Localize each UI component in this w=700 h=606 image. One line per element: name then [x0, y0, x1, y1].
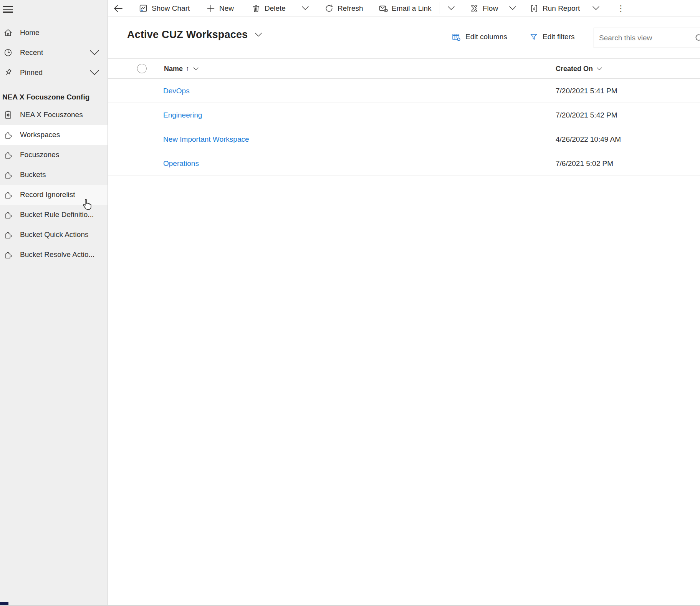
delete-label: Delete [265, 4, 286, 13]
flow-icon [470, 4, 479, 13]
sidebar-item-label: Workspaces [20, 131, 60, 139]
puzzle-icon [3, 250, 13, 259]
edit-filters-label: Edit filters [543, 33, 574, 41]
chevron-down-icon[interactable] [596, 67, 603, 71]
edit-columns-label: Edit columns [465, 33, 507, 41]
record-link[interactable]: DevOps [163, 79, 190, 103]
plus-icon [206, 4, 215, 13]
search-input[interactable] [594, 34, 700, 42]
divider [440, 2, 440, 14]
sidebar-item-label: Recent [20, 48, 43, 57]
pin-icon [3, 68, 13, 77]
sidebar-section-header: NEA X Focuszone Config [0, 89, 108, 105]
command-bar: Show Chart New Delete [108, 0, 700, 17]
more-commands-button[interactable]: ⋮ [616, 3, 626, 14]
run-report-label: Run Report [543, 4, 580, 13]
created-on-cell: 7/20/2021 5:41 PM [556, 79, 617, 103]
record-link[interactable]: Engineering [163, 103, 202, 127]
view-selector[interactable]: Active CUZ Workspaces [127, 29, 263, 41]
run-report-button[interactable]: Run Report [530, 0, 580, 17]
sidebar-item-bucket-quick-actions[interactable]: Bucket Quick Actions [0, 225, 108, 245]
show-chart-button[interactable]: Show Chart [139, 0, 190, 17]
main-content: Show Chart New Delete [108, 0, 700, 606]
email-a-link-button[interactable]: Email a Link [379, 0, 432, 17]
table-row[interactable]: Engineering 7/20/2021 5:42 PM [108, 103, 700, 127]
chevron-down-icon [254, 32, 263, 37]
home-icon [3, 28, 13, 37]
back-button[interactable] [113, 0, 124, 17]
sidebar-item-focuszones[interactable]: Focuszones [0, 145, 108, 165]
sidebar-item-home[interactable]: Home [0, 23, 108, 43]
table-row[interactable]: DevOps 7/20/2021 5:41 PM [108, 79, 700, 103]
sidebar-item-label: NEA X Focuszones [20, 111, 83, 119]
table-row[interactable]: New Important Workspace 4/26/2022 10:49 … [108, 127, 700, 151]
sidebar-item-pinned[interactable]: Pinned [0, 63, 108, 83]
refresh-icon [324, 4, 334, 13]
show-chart-label: Show Chart [152, 4, 190, 13]
chevron-down-icon[interactable] [89, 70, 99, 76]
flow-label: Flow [483, 4, 498, 13]
sitemap-sidebar: Home Recent Pinned [0, 0, 108, 606]
flow-chevron-icon[interactable] [508, 5, 517, 11]
refresh-label: Refresh [338, 4, 363, 13]
trash-icon [252, 4, 261, 13]
sidebar-item-label: Pinned [20, 68, 43, 77]
sidebar-item-workspaces[interactable]: Workspaces [0, 125, 108, 145]
view-title: Active CUZ Workspaces [127, 29, 248, 41]
sidebar-item-buckets[interactable]: Buckets [0, 165, 108, 185]
sidebar-nav: Home Recent Pinned [0, 23, 108, 265]
back-arrow-icon [113, 3, 124, 14]
sidebar-item-recent[interactable]: Recent [0, 43, 108, 63]
view-search-box [594, 28, 700, 48]
table-row[interactable]: Operations 7/6/2021 5:02 PM [108, 151, 700, 176]
puzzle-icon [3, 230, 13, 239]
select-all-checkbox[interactable] [137, 64, 147, 73]
delete-button[interactable]: Delete [252, 0, 286, 17]
new-button[interactable]: New [206, 0, 234, 17]
sidebar-item-label: Buckets [20, 171, 46, 179]
puzzle-icon [3, 190, 13, 199]
column-label: Name [164, 65, 183, 73]
sidebar-item-label: Bucket Quick Actions [20, 230, 88, 239]
delete-split-chevron-icon[interactable] [301, 5, 310, 11]
sidebar-item-label: Focuszones [20, 151, 59, 159]
sidebar-item-bucket-resolve-actions[interactable]: Bucket Resolve Actio... [0, 245, 108, 265]
column-label: Created On [556, 65, 593, 73]
sort-ascending-icon: ↑ [186, 65, 189, 73]
view-header: Active CUZ Workspaces Edit columns [108, 17, 700, 59]
grid-header-row: Name ↑ Created On [108, 59, 700, 79]
email-split-chevron-icon[interactable] [447, 5, 456, 11]
chevron-down-icon[interactable] [89, 50, 99, 56]
record-link[interactable]: Operations [163, 151, 199, 176]
created-on-cell: 7/6/2021 5:02 PM [556, 151, 613, 176]
email-link-icon [379, 4, 388, 13]
flow-button[interactable]: Flow [470, 0, 498, 17]
sidebar-item-label: Record Ignorelist [20, 190, 75, 199]
sidebar-item-label: Bucket Resolve Actio... [20, 250, 94, 259]
edit-filters-button[interactable]: Edit filters [529, 28, 574, 45]
edit-columns-button[interactable]: Edit columns [452, 28, 507, 45]
run-report-icon [530, 4, 539, 13]
record-link[interactable]: New Important Workspace [163, 127, 249, 151]
app-window: Home Recent Pinned [0, 0, 700, 606]
email-a-link-label: Email a Link [392, 4, 432, 13]
vertical-ellipsis-icon: ⋮ [617, 4, 625, 13]
column-header-created-on[interactable]: Created On [556, 59, 603, 79]
clock-icon [3, 48, 13, 57]
hamburger-menu-icon[interactable] [3, 4, 16, 14]
created-on-cell: 7/20/2021 5:42 PM [556, 103, 617, 127]
run-report-chevron-icon[interactable] [591, 5, 601, 11]
refresh-button[interactable]: Refresh [324, 0, 363, 17]
chevron-down-icon[interactable] [192, 67, 199, 71]
records-grid: Name ↑ Created On DevOps 7/20/2021 5:41 … [108, 59, 700, 606]
puzzle-icon [3, 210, 13, 219]
puzzle-icon [3, 130, 13, 139]
column-header-name[interactable]: Name ↑ [164, 59, 199, 79]
show-chart-icon [139, 4, 148, 13]
sidebar-item-nea-x-focuszones[interactable]: NEA X Focuszones [0, 105, 108, 125]
search-icon[interactable] [694, 33, 700, 44]
divider [294, 2, 294, 14]
clipboard-gear-icon [3, 110, 13, 119]
puzzle-icon [3, 170, 13, 179]
created-on-cell: 4/26/2022 10:49 AM [556, 127, 621, 151]
